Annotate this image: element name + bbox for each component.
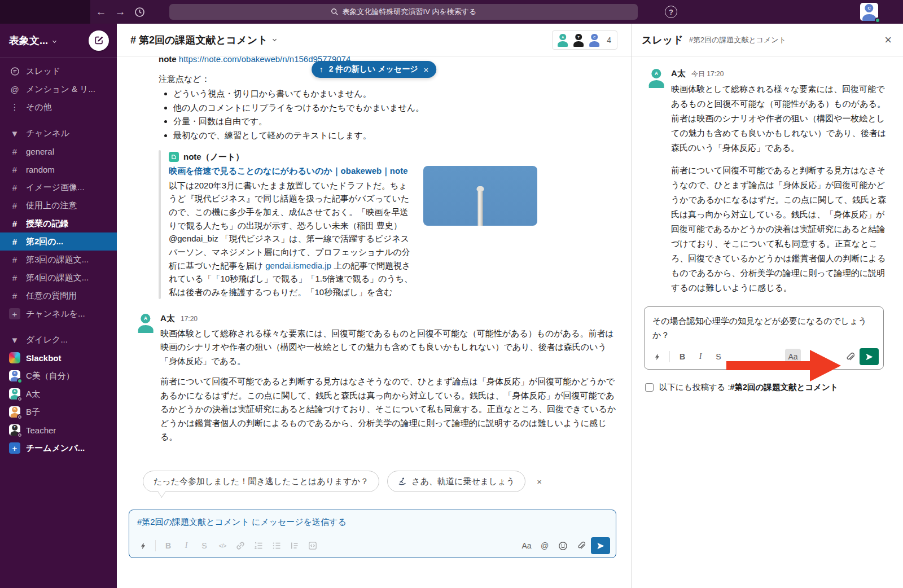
message-author[interactable]: A太	[160, 313, 175, 323]
emoji-button[interactable]	[555, 538, 571, 554]
slack-app-window: ← → 表象文化論特殊研究演習IV 内を検索する ? C 表象文...	[0, 0, 903, 588]
sidebar-item-channel-images[interactable]: # イメージ画像...	[0, 178, 117, 196]
message-author[interactable]: A太	[671, 68, 686, 78]
sidebar-item-more[interactable]: ⋮ その他	[0, 98, 117, 116]
channel-members-button[interactable]: A T C 4	[552, 30, 617, 50]
message-text: 前者について回復不可能であると判断する見方はなさそうなので、ひとまず論点は「身体…	[671, 163, 892, 295]
avatar: C	[9, 370, 20, 381]
thread-title: スレッド	[642, 33, 683, 47]
dm-section-header[interactable]: ▼ ダイレク...	[0, 331, 117, 349]
member-avatar: A	[556, 33, 569, 47]
sidebar-item-dm-b[interactable]: B B子	[0, 403, 117, 421]
mention-button[interactable]: @	[537, 538, 553, 554]
mentions-icon: @	[9, 85, 20, 94]
message-list: ↑ 2 件の新しい メッセージ × note https://note.com/…	[117, 56, 631, 588]
sidebar-item-channel-general[interactable]: # general	[0, 142, 117, 160]
sidebar-item-mentions[interactable]: @ メンション & リ...	[0, 80, 117, 98]
sidebar-item-threads[interactable]: スレッド	[0, 62, 117, 80]
sidebar-item-dm-teacher[interactable]: T Teacher	[0, 421, 117, 439]
channel-message-composer[interactable]: #第2回の課題文献とコメント にメッセージを送信する B I S </>	[129, 510, 616, 558]
suggestion-pill-2[interactable]: さあ、軌道に乗せましょう	[387, 471, 525, 492]
sidebar-item-dm-a[interactable]: A A太	[0, 385, 117, 403]
code-button[interactable]: </>	[214, 538, 230, 554]
banner-close-icon[interactable]: ×	[424, 65, 429, 74]
suggestion-pill-1[interactable]: たった今参加しました！聞き逃したことはありますか？	[143, 471, 379, 492]
send-message-button[interactable]	[591, 537, 610, 554]
top-bar: ← → 表象文化論特殊研究演習IV 内を検索する ? C	[0, 0, 903, 24]
message-timestamp[interactable]: 17:20	[181, 315, 198, 323]
link-button[interactable]	[233, 538, 248, 554]
message-avatar[interactable]: A	[646, 68, 667, 88]
shortcuts-lightning-icon[interactable]	[135, 538, 151, 554]
sidebar-item-channel-session4[interactable]: # 第4回の課題文...	[0, 269, 117, 287]
gendai-link[interactable]: gendai.ismedia.jp	[265, 261, 331, 270]
attach-file-icon[interactable]	[841, 349, 857, 365]
text-format-toggle[interactable]: Aa	[785, 349, 801, 365]
sidebar-item-dm-self[interactable]: C C美（自分）	[0, 367, 117, 385]
history-back-button[interactable]: ←	[91, 2, 111, 21]
italic-button[interactable]: I	[178, 538, 194, 554]
bold-button[interactable]: B	[160, 538, 176, 554]
workspace-switcher[interactable]: 表象文...	[9, 34, 58, 47]
italic-button[interactable]: I	[692, 349, 708, 365]
sidebar-item-channel-random[interactable]: # random	[0, 160, 117, 178]
suggestion-pills: たった今参加しました！聞き逃したことはありますか？ さあ、軌道に乗せましょう ×	[143, 471, 542, 492]
help-icon[interactable]: ?	[665, 6, 677, 18]
avatar: B	[9, 406, 20, 418]
channels-section-header[interactable]: ▼ チャンネル	[0, 124, 117, 142]
thread-panel: スレッド #第2回の課題文献とコメント × A A太 今日 17:20 映画体験…	[631, 24, 903, 588]
thread-close-icon[interactable]: ×	[884, 34, 892, 46]
thread-message: A A太 今日 17:20 映画体験として総称される様々な要素には、回復可能であ…	[632, 56, 903, 295]
sidebar-item-channel-records[interactable]: # 授業の記録	[0, 214, 117, 232]
strikethrough-button[interactable]: S	[196, 538, 212, 554]
ordered-list-button[interactable]	[251, 538, 266, 554]
bullet-item: 最初なので、練習として軽めのテキストにします。	[173, 129, 616, 143]
blockquote-button[interactable]	[287, 538, 303, 554]
search-placeholder: 表象文化論特殊研究演習IV 内を検索する	[343, 7, 477, 17]
attach-file-icon[interactable]	[573, 538, 589, 554]
sidebar-item-channel-session3[interactable]: # 第3回の課題文...	[0, 251, 117, 269]
card-thumbnail-image[interactable]	[423, 166, 537, 226]
composer-toolbar: B I S </>	[129, 534, 616, 558]
message-timestamp[interactable]: 今日 17:20	[691, 70, 724, 78]
search-input[interactable]: 表象文化論特殊研究演習IV 内を検索する	[169, 4, 638, 20]
new-messages-banner[interactable]: ↑ 2 件の新しい メッセージ ×	[312, 61, 437, 78]
also-send-row: 以下にも投稿する :#第2回の課題文献とコメント	[645, 382, 903, 393]
thread-channel-name[interactable]: #第2回の課題文献とコメント	[689, 35, 786, 45]
window-corner	[0, 0, 90, 24]
message-avatar[interactable]: A	[135, 313, 156, 333]
user-avatar[interactable]: C	[860, 3, 878, 23]
toolbar-divider	[155, 540, 156, 551]
member-avatar: T	[572, 33, 585, 47]
strikethrough-button[interactable]: S	[711, 349, 726, 365]
bold-button[interactable]: B	[674, 349, 690, 365]
channel-title[interactable]: # 第2回の課題文献とコメント	[130, 33, 278, 47]
sidebar-item-channel-questions[interactable]: # 任意の質問用	[0, 287, 117, 305]
code-block-button[interactable]	[305, 538, 321, 554]
thread-reply-composer[interactable]: その場合認知心理学の知見などが必要になるのでしょうか？ B I S Aa	[644, 306, 884, 370]
add-team-members-button[interactable]: + チームメンバ...	[0, 439, 117, 457]
history-forward-button[interactable]: →	[111, 2, 130, 21]
hash-icon: #	[9, 183, 20, 192]
suggestions-dismiss-icon[interactable]: ×	[537, 477, 542, 486]
card-title-link[interactable]: 映画を倍速で見ることのなにがわるいのか｜obakeweb｜note	[169, 164, 415, 178]
threads-icon	[9, 67, 20, 76]
presence-online-dot	[17, 378, 23, 384]
hash-icon: #	[9, 291, 20, 301]
new-message-button[interactable]	[89, 30, 109, 51]
also-send-checkbox[interactable]	[645, 383, 654, 392]
shortcuts-lightning-icon[interactable]	[649, 349, 665, 365]
add-channel-button[interactable]: + チャンネルを...	[0, 305, 117, 323]
sidebar-item-channel-session2[interactable]: # 第2回の...	[0, 232, 117, 251]
member-avatar: C	[588, 33, 601, 47]
message-text: 映画体験として総称される様々な要素には、回復可能であるものと回復不可能な（可能性…	[671, 82, 892, 155]
sidebar-item-channel-usage[interactable]: # 使用上の注意	[0, 196, 117, 214]
reply-draft-text[interactable]: その場合認知心理学の知見などが必要になるのでしょうか？	[645, 307, 883, 344]
text-format-toggle[interactable]: Aa	[519, 538, 534, 554]
sidebar: 表象文... スレッド @ メンション & リ... ⋮ その他	[0, 24, 117, 588]
channel-panel: # 第2回の課題文献とコメント A T C 4 ↑ 2 件の新しい メッセージ …	[117, 24, 631, 588]
sidebar-item-dm-slackbot[interactable]: Slackbot	[0, 349, 117, 367]
history-clock-icon[interactable]	[130, 2, 149, 21]
bullet-list-button[interactable]	[269, 538, 284, 554]
send-reply-button[interactable]	[860, 348, 879, 365]
